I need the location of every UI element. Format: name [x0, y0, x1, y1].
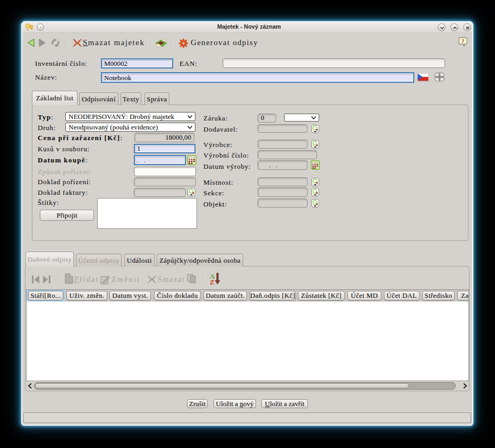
svg-text:Z: Z	[210, 278, 215, 285]
svg-text:?: ?	[462, 38, 465, 44]
